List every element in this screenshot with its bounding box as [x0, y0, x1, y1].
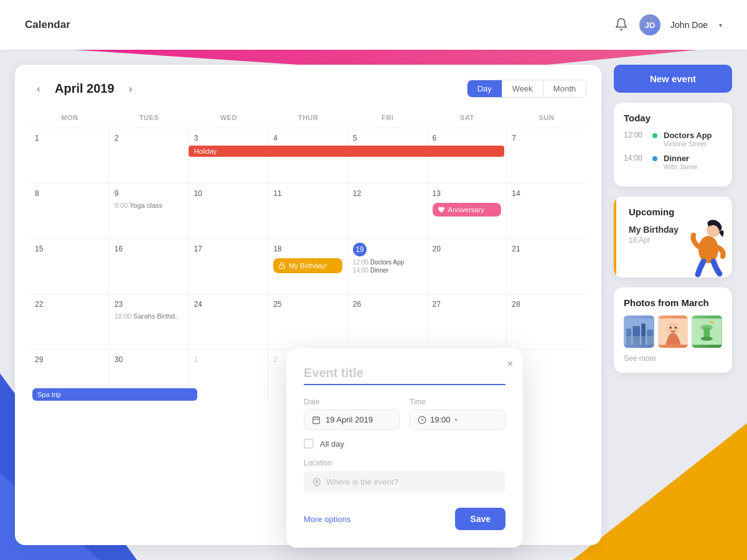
day-8[interactable]: 8 [30, 184, 110, 238]
allday-checkbox[interactable] [304, 439, 314, 449]
day-22[interactable]: 22 [30, 294, 110, 349]
day-num: 8 [35, 189, 39, 198]
photo-child[interactable] [658, 315, 688, 348]
spa-trip-event[interactable]: Spa trip [32, 388, 197, 401]
day-13[interactable]: 13 Anniversary [428, 184, 507, 238]
day-num: 28 [512, 300, 520, 309]
location-input[interactable]: Where is the event? [304, 471, 505, 493]
day-25[interactable]: 25 [268, 294, 348, 349]
event-name-2: Dinner [664, 154, 697, 163]
next-month-button[interactable]: › [122, 80, 139, 98]
more-options-button[interactable]: More options [304, 515, 350, 524]
day-15[interactable]: 15 [30, 239, 110, 294]
time-field: Time 19:00 ▾ [410, 398, 505, 430]
dinner-event[interactable]: 14:00 Dinner [353, 267, 422, 274]
yoga-event[interactable]: 9:00 Yoga class [115, 202, 184, 209]
view-week-button[interactable]: Week [502, 80, 543, 97]
event-sub-1: Victoria Street [664, 140, 712, 147]
location-label: Location [304, 459, 505, 467]
week-row-2: 8 9 9:00 Yoga class 10 11 12 [30, 183, 586, 238]
svg-point-2 [698, 236, 718, 263]
day-2[interactable]: 2 [110, 128, 189, 183]
upcoming-border [614, 197, 616, 278]
day-18[interactable]: 18 My Birthday! [268, 239, 348, 294]
holiday-event[interactable]: Holiday [189, 146, 504, 157]
bell-icon[interactable] [614, 17, 629, 32]
day-23[interactable]: 23 18:00 Sarahs Birthd.. [110, 294, 189, 349]
day-11[interactable]: 11 [268, 184, 348, 238]
location-placeholder: Where is the event? [326, 477, 398, 487]
event-creation-modal: × Date 19 April 2019 Time 19:00 ▾ [286, 348, 523, 548]
date-label: Date [304, 398, 400, 406]
day-num-faded: 2 [273, 355, 278, 364]
day-7[interactable]: 7 [507, 128, 586, 183]
svg-point-13 [674, 327, 676, 329]
day-header-fri: FRI [348, 110, 428, 125]
date-picker[interactable]: 19 April 2019 [304, 409, 400, 430]
week-row-4: 22 23 18:00 Sarahs Birthd.. 24 25 26 [30, 294, 586, 349]
day-21[interactable]: 21 [507, 239, 586, 294]
day-num: 4 [273, 134, 278, 142]
day-num: 15 [35, 245, 43, 253]
new-event-button[interactable]: New event [614, 65, 732, 93]
day-29[interactable]: 29 Spa trip [30, 350, 110, 404]
week-row-3: 15 16 17 18 My Birthday! 19 [30, 238, 586, 294]
svg-point-23 [316, 480, 318, 483]
photo-city[interactable] [624, 315, 654, 348]
doctors-event[interactable]: 12:00 Doctors App [353, 259, 422, 266]
chevron-down-icon[interactable]: ▾ [719, 22, 722, 29]
modal-close-button[interactable]: × [507, 358, 513, 370]
svg-rect-18 [313, 417, 320, 424]
photos-grid [624, 315, 722, 348]
day-num: 3 [194, 134, 198, 142]
day-24[interactable]: 24 [189, 294, 268, 349]
event-title-input[interactable] [304, 366, 505, 385]
location-section: Location Where is the event? [304, 459, 505, 493]
day-17[interactable]: 17 [189, 239, 268, 294]
day-num: 1 [35, 134, 39, 142]
day-19[interactable]: 19 12:00 Doctors App 14:00 Dinner [348, 239, 428, 294]
today-event-2: 14:00 Dinner With Jamie [624, 154, 722, 170]
day-num: 5 [353, 134, 357, 142]
view-toggle: Day Week Month [467, 80, 586, 98]
day-num: 7 [512, 134, 516, 142]
day-9[interactable]: 9 9:00 Yoga class [110, 184, 189, 238]
svg-rect-9 [624, 336, 654, 345]
photo-drink[interactable] [692, 315, 722, 348]
day-1[interactable]: 1 [30, 128, 110, 183]
day-14[interactable]: 14 [507, 184, 586, 238]
day-num: 18 [273, 245, 281, 253]
day-header-sat: SAT [428, 110, 507, 125]
upcoming-card: Upcoming My Birthday 18 Apr [614, 197, 732, 278]
date-time-row: Date 19 April 2019 Time 19:00 ▾ [304, 398, 505, 430]
photos-title: Photos from March [624, 297, 722, 308]
anniversary-event[interactable]: Anniversary [433, 203, 502, 217]
day-num-today: 19 [353, 243, 367, 256]
day-28[interactable]: 28 [507, 294, 586, 349]
day-16[interactable]: 16 [110, 239, 189, 294]
day-may-1[interactable]: 1 [189, 350, 268, 404]
svg-point-12 [669, 327, 671, 329]
save-button[interactable]: Save [455, 508, 505, 530]
app-title: Calendar [25, 19, 70, 31]
day-header-tue: TUES [110, 110, 189, 125]
today-event-1: 12:00 Doctors App Victoria Street [624, 131, 722, 147]
day-20[interactable]: 20 [428, 239, 507, 294]
birthday-event[interactable]: My Birthday! [273, 258, 342, 273]
prev-month-button[interactable]: ‹ [30, 80, 47, 98]
day-3[interactable]: 3 Holiday [189, 128, 268, 183]
day-num: 13 [433, 189, 441, 198]
day-num: 12 [353, 189, 361, 198]
day-12[interactable]: 12 [348, 184, 428, 238]
see-more-link[interactable]: See more [624, 354, 722, 363]
time-picker[interactable]: 19:00 ▾ [410, 409, 505, 430]
view-day-button[interactable]: Day [467, 80, 502, 97]
sarahs-event[interactable]: 18:00 Sarahs Birthd.. [115, 312, 184, 320]
view-month-button[interactable]: Month [543, 80, 586, 97]
day-27[interactable]: 27 [428, 294, 507, 349]
day-header-sun: SUN [507, 110, 586, 125]
day-10[interactable]: 10 [189, 184, 268, 238]
avatar: JD [639, 14, 660, 35]
day-26[interactable]: 26 [348, 294, 428, 349]
svg-point-17 [701, 337, 713, 340]
